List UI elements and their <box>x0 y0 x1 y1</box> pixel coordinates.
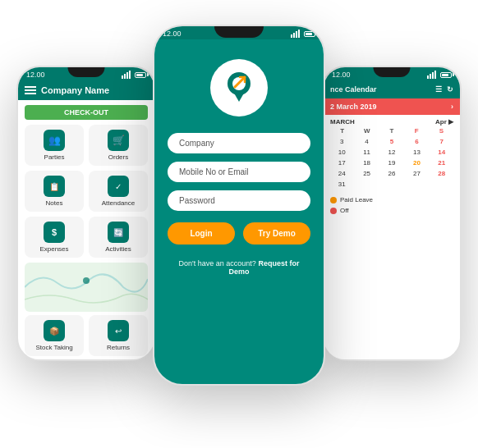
action-buttons: Login Try Demo <box>168 222 310 245</box>
try-demo-button[interactable]: Try Demo <box>243 222 310 245</box>
battery-icon-right <box>440 72 452 78</box>
menu-grid-2: 📦 Stock Taking ↩ Returns 📍 Tour Plan 💬 R… <box>18 315 154 361</box>
notes-icon: 📋 <box>44 176 65 197</box>
password-input[interactable]: Password <box>168 190 310 211</box>
menu-item-attendance[interactable]: ✓ Attendance <box>89 171 148 212</box>
phone-left: 12.00 Company Name CHECK-OUT <box>16 66 156 361</box>
off-label: Off <box>340 207 349 214</box>
menu-icon-right[interactable]: ☰ <box>435 85 442 94</box>
checkout-button[interactable]: CHECK-OUT <box>25 105 148 120</box>
activities-label: Activities <box>105 245 131 253</box>
left-header: Company Name <box>18 80 154 100</box>
cal-month: MARCH <box>330 118 355 126</box>
signal-icon-center <box>291 30 300 38</box>
cal-next-month[interactable]: Apr ▶ <box>435 118 453 126</box>
cal-day[interactable]: 31 <box>330 179 353 190</box>
menu-item-expenses[interactable]: $ Expenses <box>25 217 84 258</box>
cal-day[interactable]: 11 <box>355 147 378 158</box>
hamburger-icon[interactable] <box>25 86 36 94</box>
returns-icon: ↩ <box>108 320 129 341</box>
menu-item-notes[interactable]: 📋 Notes <box>25 171 84 212</box>
cal-day[interactable]: 28 <box>430 168 453 179</box>
mobile-input[interactable]: Mobile No or Email <box>168 162 310 182</box>
phone-center: 12.00 <box>153 25 325 386</box>
paid-leave-dot <box>330 197 337 203</box>
menu-item-stock[interactable]: 📦 Stock Taking <box>25 315 84 356</box>
attendance-label: Attendance <box>102 199 135 207</box>
cal-day[interactable]: 24 <box>330 168 353 179</box>
cal-day[interactable]: 14 <box>430 147 453 158</box>
cal-day[interactable]: 12 <box>380 147 403 158</box>
cal-week-4: 24 25 26 27 28 <box>324 168 460 179</box>
map-area <box>25 263 148 312</box>
notch-left <box>68 67 105 77</box>
cal-day[interactable]: 26 <box>380 168 403 179</box>
company-name: Company Name <box>41 85 109 95</box>
returns-label: Returns <box>107 344 130 351</box>
svg-point-0 <box>83 277 90 284</box>
cal-month-header: MARCH Apr ▶ <box>324 115 460 127</box>
cal-day[interactable]: 19 <box>380 158 403 168</box>
calendar: MARCH Apr ▶ T W T F S 3 4 5 6 7 10 11 12 <box>324 115 460 190</box>
attendance-icon: ✓ <box>108 176 129 197</box>
svg-marker-3 <box>232 90 246 102</box>
menu-item-orders[interactable]: 🛒 Orders <box>89 125 148 166</box>
cal-week-5: 31 <box>324 179 460 190</box>
battery-icon-left <box>135 72 146 78</box>
orders-icon: 🛒 <box>108 130 129 151</box>
cal-week-3: 17 18 19 20 21 <box>324 158 460 168</box>
login-form: Company Mobile No or Email Password Logi… <box>154 133 324 276</box>
time-center: 12.00 <box>163 30 182 38</box>
signup-text: Don't have an account? Request for Demo <box>168 259 310 276</box>
month-label: 2 March 2019 <box>330 103 377 111</box>
leave-item-paid: Paid Leave <box>330 196 453 203</box>
cal-day[interactable]: 6 <box>405 136 428 147</box>
signal-icon-left <box>122 71 131 79</box>
parties-icon: 👥 <box>44 130 65 151</box>
expenses-label: Expenses <box>39 245 68 253</box>
scene: 12.00 Company Name CHECK-OUT <box>0 0 478 448</box>
notch-center <box>214 26 264 38</box>
orders-label: Orders <box>108 153 128 161</box>
time-left: 12.00 <box>26 71 45 79</box>
notch-right <box>374 67 411 77</box>
cal-day[interactable]: 10 <box>330 147 353 158</box>
cal-day[interactable]: 4 <box>355 136 378 147</box>
menu-item-activities[interactable]: 🔄 Activities <box>89 217 148 258</box>
signal-icon-right <box>427 71 436 79</box>
menu-item-parties[interactable]: 👥 Parties <box>25 125 84 166</box>
cal-week-2: 10 11 12 13 14 <box>324 147 460 158</box>
cal-day[interactable]: 20 <box>405 158 428 168</box>
login-button[interactable]: Login <box>168 222 235 245</box>
cal-day[interactable]: 5 <box>380 136 403 147</box>
off-dot <box>330 208 337 214</box>
leave-legend: Paid Leave Off <box>324 196 460 214</box>
stock-icon: 📦 <box>44 320 65 341</box>
cal-day[interactable]: 7 <box>430 136 453 147</box>
calendar-title: nce Calendar <box>330 85 377 94</box>
cal-day[interactable]: 18 <box>355 158 378 168</box>
login-screen: Company Mobile No or Email Password Logi… <box>154 39 324 386</box>
refresh-icon-right[interactable]: ↻ <box>447 85 453 94</box>
parties-label: Parties <box>44 153 65 161</box>
right-header: nce Calendar ☰ ↻ <box>324 80 460 98</box>
cal-day[interactable]: 3 <box>330 136 353 147</box>
menu-item-returns[interactable]: ↩ Returns <box>89 315 148 356</box>
cal-week-1: 3 4 5 6 7 <box>324 136 460 147</box>
paid-leave-label: Paid Leave <box>340 196 373 203</box>
time-right: 12.00 <box>332 71 351 79</box>
company-input[interactable]: Company <box>168 133 310 153</box>
cal-day[interactable]: 17 <box>330 158 353 168</box>
month-title-bar: 2 March 2019 › <box>324 98 460 115</box>
phone-right: 12.00 nce Calendar ☰ ↻ <box>322 66 462 361</box>
next-chevron[interactable]: › <box>451 103 453 111</box>
cal-day[interactable]: 25 <box>355 168 378 179</box>
cal-day[interactable]: 13 <box>405 147 428 158</box>
cal-day[interactable]: 21 <box>430 158 453 168</box>
cal-day[interactable]: 27 <box>405 168 428 179</box>
app-logo <box>210 59 268 117</box>
activities-icon: 🔄 <box>108 222 129 243</box>
expenses-icon: $ <box>44 222 65 243</box>
stock-label: Stock Taking <box>35 344 72 351</box>
leave-item-off: Off <box>330 207 453 214</box>
